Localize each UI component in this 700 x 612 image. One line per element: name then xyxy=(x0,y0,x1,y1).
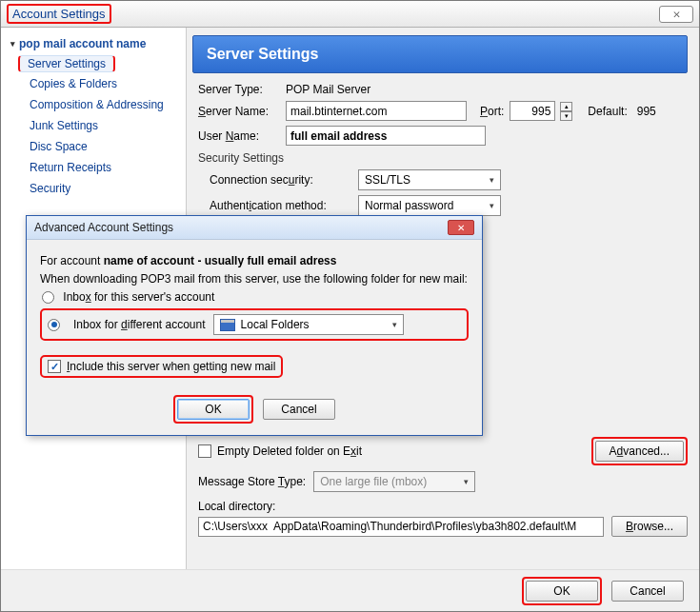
panel-heading: Server Settings xyxy=(192,35,688,73)
radio-different-account-row: Inbox for different account Local Folder… xyxy=(40,308,469,341)
include-server-row: Include this server when getting new mai… xyxy=(40,355,283,378)
user-name-input[interactable] xyxy=(286,126,486,146)
modal-footer: OK Cancel xyxy=(40,395,469,424)
sidebar-item-junk[interactable]: Junk Settings xyxy=(1,115,186,136)
port-input[interactable] xyxy=(510,101,555,121)
modal-close-button[interactable]: ✕ xyxy=(448,220,474,235)
sidebar-item-return-receipts[interactable]: Return Receipts xyxy=(1,157,186,178)
modal-instruction: When downloading POP3 mail from this ser… xyxy=(40,272,469,286)
radio-inbox-different-account[interactable] xyxy=(48,319,60,331)
auth-method-select[interactable]: Normal password xyxy=(358,195,501,216)
sidebar-item-server-settings[interactable]: Server Settings xyxy=(1,54,186,73)
connection-security-select[interactable]: SSL/TLS xyxy=(358,169,501,190)
window-close-button[interactable]: ⨉ xyxy=(659,6,693,23)
server-type-value: POP Mail Server xyxy=(286,83,370,96)
auth-method-label: Authentication method: xyxy=(210,199,352,212)
empty-deleted-checkbox[interactable] xyxy=(198,444,211,458)
window-title: Account Settings xyxy=(7,4,111,24)
default-port-label: Default: xyxy=(588,105,627,118)
default-port-value: 995 xyxy=(637,105,656,118)
ok-button-highlight: OK xyxy=(522,577,602,605)
ok-button[interactable]: OK xyxy=(526,581,598,602)
browse-button[interactable]: Browse... xyxy=(611,516,688,537)
radio-inbox-this-server-label: Inbox for this server's account xyxy=(63,290,214,304)
advanced-button-highlight: Advanced... xyxy=(591,437,688,465)
server-type-label: Server Type: xyxy=(198,83,280,96)
include-server-label: Include this server when getting new mai… xyxy=(67,360,275,373)
account-name-header[interactable]: pop mail account name xyxy=(1,33,186,54)
local-directory-label: Local directory: xyxy=(198,500,688,513)
store-type-select: One large file (mbox) xyxy=(313,471,475,492)
port-label: Port: xyxy=(480,105,504,118)
user-name-label: User Name: xyxy=(198,129,280,143)
different-account-folder-select[interactable]: Local Folders xyxy=(213,314,404,335)
server-name-label: Server Name: xyxy=(198,105,280,118)
empty-deleted-label: Empty Deleted folder on Exit xyxy=(217,444,362,458)
radio-inbox-this-server[interactable] xyxy=(42,291,54,304)
sidebar-item-disc-space[interactable]: Disc Space xyxy=(1,136,186,157)
include-server-checkbox[interactable] xyxy=(48,360,61,373)
modal-ok-highlight: OK xyxy=(173,395,253,424)
modal-ok-button[interactable]: OK xyxy=(177,399,250,420)
radio-inbox-different-account-label: Inbox for different account xyxy=(73,318,206,331)
sidebar-item-copies-folders[interactable]: Copies & Folders xyxy=(1,73,186,94)
security-settings-group: Security Settings xyxy=(198,151,688,165)
modal-title: Advanced Account Settings xyxy=(34,221,173,234)
cancel-button[interactable]: Cancel xyxy=(611,581,684,602)
port-spinner[interactable]: ▴▾ xyxy=(560,102,572,121)
local-directory-input[interactable] xyxy=(198,517,604,537)
for-account-value: name of account - usually full email adr… xyxy=(104,254,337,267)
server-name-input[interactable] xyxy=(286,101,467,121)
modal-cancel-button[interactable]: Cancel xyxy=(263,399,335,420)
sidebar-item-composition[interactable]: Composition & Addressing xyxy=(1,94,186,115)
modal-body: For account name of account - usually fu… xyxy=(27,240,482,435)
local-folders-icon xyxy=(220,319,235,331)
connection-security-label: Connection security: xyxy=(210,173,352,187)
modal-titlebar: Advanced Account Settings ✕ xyxy=(27,216,482,240)
account-settings-window: Account Settings ⨉ pop mail account name… xyxy=(0,0,700,612)
titlebar: Account Settings ⨉ xyxy=(1,1,699,28)
advanced-button[interactable]: Advanced... xyxy=(595,441,684,462)
dialog-footer: OK Cancel xyxy=(1,569,699,611)
sidebar-item-security[interactable]: Security xyxy=(1,178,186,199)
sidebar-item-label: Server Settings xyxy=(18,55,115,72)
for-account-label: For account xyxy=(40,254,100,267)
store-type-label: Message Store Type: xyxy=(198,475,306,488)
advanced-account-settings-dialog: Advanced Account Settings ✕ For account … xyxy=(26,215,483,436)
